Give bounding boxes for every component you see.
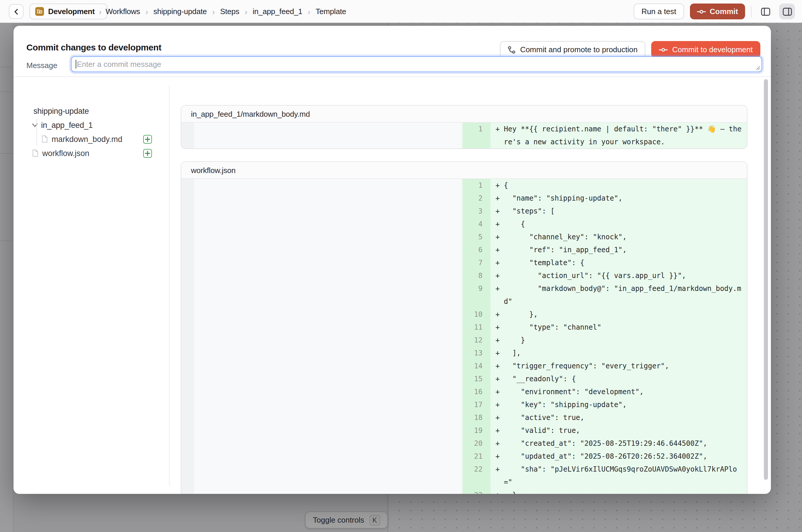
back-button[interactable] [9,4,23,19]
old-line-content [194,462,462,488]
code-line: } [500,488,747,494]
new-line-number: 21 [462,450,490,462]
new-line-number: 3 [462,204,490,217]
added-line-sign: + [490,450,500,462]
diff-panel-workflow-json: workflow.json 1+{2+ "name": "shipping-up… [181,161,747,494]
tree-file-workflow-label: workflow.json [42,149,90,157]
added-line-sign: + [490,217,500,230]
commit-message-field [71,56,762,72]
added-line-sign: + [490,178,500,191]
new-line-number: 17 [462,398,490,411]
breadcrumb-workflows[interactable]: Workflows [106,7,140,16]
commit-message-input[interactable] [71,56,762,72]
breadcrumb-step-ref[interactable]: in_app_feed_1 [253,7,302,16]
added-line-sign: + [490,122,500,148]
diff-file-name: workflow.json [181,162,747,178]
old-line-content [194,122,462,148]
diff-panel-markdown: in_app_feed_1/markdown_body.md 1+Hey **{… [181,105,747,149]
diff-row: 19+ "valid": true, [181,424,747,437]
diff-file-name: in_app_feed_1/markdown_body.md [181,106,747,122]
commit-button[interactable]: Commit [690,3,745,19]
diff-row: 12+ } [181,334,747,346]
diff-row: 16+ "environment": "development", [181,385,747,398]
environment-switcher[interactable]: Development › [29,3,107,19]
diff-row: 20+ "created_at": "2025-08-25T19:29:46.6… [181,437,747,450]
diff-row: 10+ }, [181,308,747,321]
code-line: "type": "channel" [500,321,747,334]
new-line-content: + "template": { [490,256,747,269]
code-line: "valid": true, [500,424,747,437]
topbar-divider [751,5,751,17]
old-line-gutter [181,191,194,204]
commit-and-promote-button[interactable]: Commit and promote to production [500,41,645,58]
old-line-gutter [181,230,194,243]
old-line-gutter [181,256,194,269]
commit-and-promote-label: Commit and promote to production [520,45,637,54]
include-file-plus-button[interactable] [143,135,152,144]
added-line-sign: + [490,437,500,450]
added-line-sign: + [490,346,500,359]
resize-grip-icon [755,65,760,70]
new-line-number: 1 [462,178,490,191]
diff-row: 6+ "ref": "in_app_feed_1", [181,243,747,256]
breadcrumb-workflow-key[interactable]: shipping-update [153,7,207,16]
added-line-sign: + [490,488,500,494]
diff-row: 5+ "channel_key": "knock", [181,230,747,243]
tree-file-markdown-row[interactable]: markdown_body.md [41,132,122,146]
old-line-content [194,256,462,269]
old-line-gutter [181,269,194,282]
tree-file-markdown-label: markdown_body.md [52,135,122,144]
breadcrumb-template[interactable]: Template [316,7,346,16]
tree-folder-row[interactable]: in_app_feed_1 [32,118,93,132]
diff-row: 7+ "template": { [181,256,747,269]
commit-to-development-button[interactable]: Commit to development [651,41,760,58]
new-line-number: 20 [462,437,490,450]
new-line-number: 19 [462,424,490,437]
panel-left-icon [761,7,770,16]
old-line-gutter [181,359,194,372]
file-icon [32,149,39,157]
diff-body: 1+Hey **{{ recipient.name | default: "th… [181,122,747,148]
new-line-content: + "channel_key": "knock", [490,230,747,243]
tree-file-workflow-row[interactable]: workflow.json [32,146,90,160]
old-line-content [194,334,462,346]
new-line-content: + "active": true, [490,411,747,424]
breadcrumb-steps[interactable]: Steps [220,7,239,16]
added-line-sign: + [490,256,500,269]
new-line-content: + "ref": "in_app_feed_1", [490,243,747,256]
old-line-content [194,424,462,437]
diff-row: 1+Hey **{{ recipient.name | default: "th… [181,122,747,148]
old-line-content [194,217,462,230]
code-line: }, [500,308,747,321]
new-line-content: + "key": "shipping-update", [490,398,747,411]
toggle-right-panel-button[interactable] [779,3,795,19]
added-line-sign: + [490,398,500,411]
diff-row: 9+ "markdown_body@": "in_app_feed_1/mark… [181,282,747,308]
old-line-gutter [181,372,194,385]
old-line-gutter [181,334,194,346]
old-line-content [194,282,462,308]
old-line-content [194,269,462,282]
added-line-sign: + [490,334,500,346]
new-line-number: 6 [462,243,490,256]
modal-title: Commit changes to development [26,42,161,52]
new-line-content: + "valid": true, [490,424,747,437]
run-a-test-button[interactable]: Run a test [634,3,684,19]
old-line-gutter [181,178,194,191]
diff-row: 11+ "type": "channel" [181,321,747,334]
old-line-gutter [181,346,194,359]
toggle-left-panel-button[interactable] [758,3,773,19]
include-file-plus-button[interactable] [143,149,152,158]
code-line: "sha": "pJeLVir6xIlUCMGqs9qroZoUAVDSwA0y… [500,462,747,488]
old-line-gutter [181,462,194,488]
code-line: "environment": "development", [500,385,747,398]
old-line-gutter [181,385,194,398]
new-line-content: + "__readonly": { [490,372,747,385]
diff-row: 15+ "__readonly": { [181,372,747,385]
top-navigation-bar: Development › Workflows › shipping-updat… [0,0,802,23]
old-line-content [194,308,462,321]
diff-row: 22+ "sha": "pJeLVir6xIlUCMGqs9qroZoUAVDS… [181,462,747,488]
commit-changes-modal: Commit changes to development Commit and… [14,26,771,494]
modal-scrollbar-thumb[interactable] [764,79,768,480]
tree-root-label: shipping-update [34,107,89,115]
